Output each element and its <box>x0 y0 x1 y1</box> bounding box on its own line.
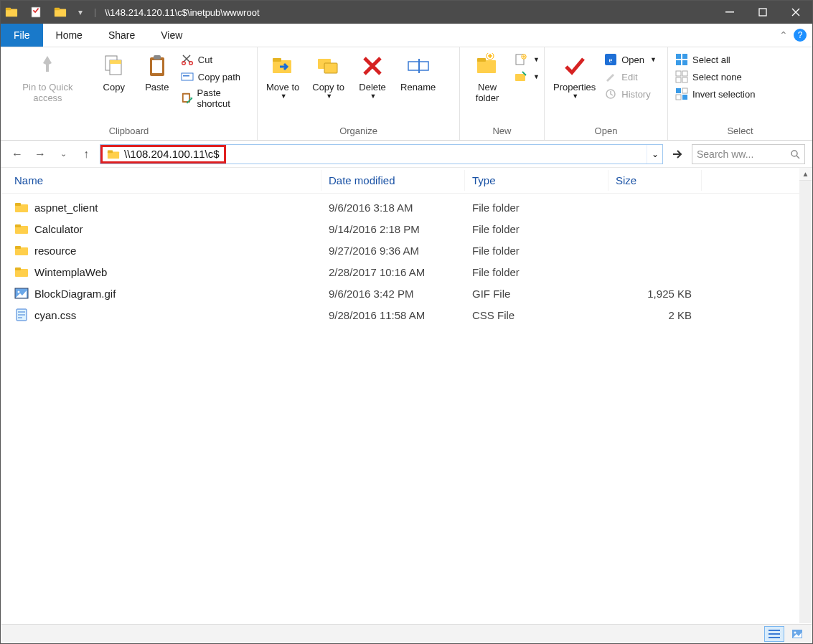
scrollbar[interactable]: ▲ <box>799 168 812 623</box>
new-folder-button[interactable]: New folder <box>464 50 510 106</box>
address-dropdown-button[interactable]: ⌄ <box>647 145 662 164</box>
help-button[interactable]: ? <box>794 29 807 42</box>
scroll-up-icon[interactable]: ▲ <box>799 168 812 181</box>
delete-label: Delete <box>359 82 386 93</box>
list-item[interactable]: aspnet_client9/6/2016 3:18 AMFile folder <box>1 196 799 218</box>
svg-text:e: e <box>609 55 613 64</box>
svg-rect-43 <box>682 88 687 93</box>
svg-rect-9 <box>110 60 121 64</box>
address-text: \\108.204.100.11\c$ <box>124 148 220 160</box>
column-size[interactable]: Size <box>608 170 702 191</box>
file-name: WintemplaWeb <box>34 266 107 278</box>
group-title-open: Open <box>549 124 663 138</box>
tab-home[interactable]: Home <box>43 24 95 47</box>
svg-rect-4 <box>55 8 60 11</box>
ribbon-collapse-icon[interactable]: ⌃ <box>779 29 788 41</box>
qat-overflow-icon[interactable]: ▾ <box>78 7 83 17</box>
ribbon-tabs: File Home Share View ⌃ ? <box>1 24 812 47</box>
select-all-button[interactable]: Select all <box>675 53 755 66</box>
address-bar[interactable]: \\108.204.100.11\c$ ⌄ <box>100 144 663 164</box>
open-e-icon: e <box>604 53 617 66</box>
invert-icon <box>675 87 688 100</box>
pin-quick-access-button[interactable]: Pin to Quick access <box>5 50 90 106</box>
close-button[interactable] <box>779 1 812 24</box>
copy-to-label: Copy to <box>312 82 344 93</box>
history-icon <box>604 87 617 100</box>
svg-rect-24 <box>418 59 420 73</box>
select-all-label: Select all <box>692 55 730 65</box>
file-name: resource <box>34 245 76 257</box>
open-button[interactable]: e Open▼ <box>604 53 657 66</box>
list-item[interactable]: BlockDiagram.gif9/6/2016 3:42 PMGIF File… <box>1 283 799 304</box>
rename-button[interactable]: Rename <box>396 50 440 95</box>
easy-access-button[interactable]: ▼ <box>514 70 540 83</box>
svg-rect-1 <box>6 8 11 11</box>
history-button[interactable]: History <box>604 87 657 100</box>
list-item[interactable]: Calculator9/14/2016 2:18 PMFile folder <box>1 218 799 240</box>
group-title-organize: Organize <box>262 124 455 138</box>
select-none-button[interactable]: Select none <box>675 70 755 83</box>
nav-forward-button[interactable]: → <box>31 145 50 164</box>
invert-selection-button[interactable]: Invert selection <box>675 87 755 100</box>
delete-button[interactable]: Delete▼ <box>353 50 392 103</box>
svg-rect-11 <box>152 60 162 73</box>
tab-file[interactable]: File <box>1 24 43 47</box>
copy-to-button[interactable]: Copy to▼ <box>308 50 349 103</box>
minimize-button[interactable] <box>713 1 746 24</box>
column-date[interactable]: Date modified <box>321 170 465 191</box>
copy-button[interactable]: Copy <box>95 50 133 95</box>
copy-path-icon <box>181 70 194 83</box>
svg-point-58 <box>18 291 20 293</box>
paste-shortcut-button[interactable]: Paste shortcut <box>181 87 253 109</box>
select-none-icon <box>675 70 688 83</box>
svg-rect-50 <box>15 203 21 206</box>
edit-label: Edit <box>621 72 637 82</box>
maximize-button[interactable] <box>746 1 779 24</box>
svg-rect-12 <box>154 55 161 60</box>
file-type: File folder <box>465 266 608 278</box>
view-details-button[interactable] <box>764 626 784 642</box>
svg-rect-62 <box>769 637 780 638</box>
svg-rect-38 <box>676 71 681 76</box>
cut-button[interactable]: Cut <box>181 53 253 66</box>
svg-rect-35 <box>682 54 687 59</box>
invert-label: Invert selection <box>692 89 755 100</box>
svg-rect-39 <box>682 71 687 76</box>
nav-recent-dropdown[interactable]: ⌄ <box>54 145 72 164</box>
properties-button[interactable]: Properties▼ <box>549 50 600 103</box>
nav-up-button[interactable]: ↑ <box>77 145 95 164</box>
edit-icon <box>604 70 617 83</box>
edit-button[interactable]: Edit <box>604 70 657 83</box>
status-bar <box>1 624 812 643</box>
nav-back-button[interactable]: ← <box>8 145 27 164</box>
file-type: GIF File <box>465 288 608 300</box>
copy-icon <box>101 53 127 79</box>
svg-rect-40 <box>676 77 681 82</box>
paste-button[interactable]: Paste <box>138 50 177 95</box>
view-large-icons-button[interactable] <box>787 626 807 642</box>
address-go-button[interactable] <box>667 144 687 164</box>
list-item[interactable]: resource9/27/2016 9:36 AMFile folder <box>1 240 799 261</box>
svg-rect-44 <box>676 95 681 100</box>
column-name[interactable]: Name <box>1 170 321 191</box>
qat-folder-icon[interactable] <box>54 6 67 19</box>
file-date: 9/27/2016 9:36 AM <box>321 245 465 257</box>
copy-to-icon <box>316 53 342 79</box>
new-folder-label: New folder <box>469 82 506 103</box>
move-to-button[interactable]: Move to▼ <box>262 50 304 103</box>
list-item[interactable]: WintemplaWeb2/28/2017 10:16 AMFile folde… <box>1 261 799 283</box>
breadcrumb-caret-icon[interactable]: ⌄ <box>169 29 176 39</box>
search-box[interactable]: Search ww... <box>692 144 805 164</box>
move-to-label: Move to <box>266 82 299 93</box>
tab-share[interactable]: Share <box>95 24 148 47</box>
gif-icon <box>14 286 29 300</box>
list-item[interactable]: cyan.css9/28/2016 11:58 AMCSS File2 KB <box>1 304 799 326</box>
qat-properties-icon[interactable] <box>29 6 42 19</box>
move-to-icon <box>270 53 296 79</box>
new-item-button[interactable]: ▼ <box>514 53 540 66</box>
svg-rect-15 <box>182 73 193 80</box>
file-name: cyan.css <box>34 309 76 321</box>
column-type[interactable]: Type <box>465 170 608 191</box>
app-folder-icon <box>5 6 18 19</box>
copy-path-button[interactable]: Copy path <box>181 70 253 83</box>
